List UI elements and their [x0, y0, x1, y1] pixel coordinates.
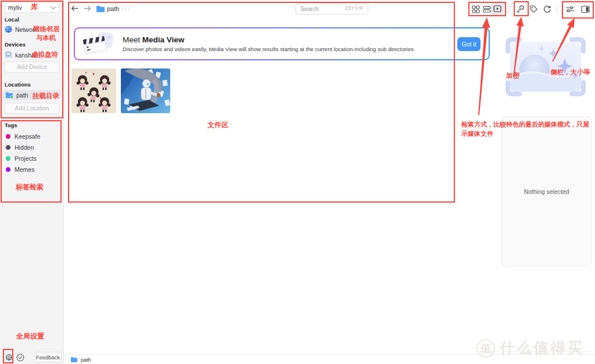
- banner-text: Meet Media View Discover photos and vide…: [123, 35, 415, 52]
- watermark: 值 什么值得买: [476, 338, 584, 358]
- back-button[interactable]: [70, 4, 80, 13]
- folder-location-icon: [5, 92, 13, 99]
- add-device-button[interactable]: Add Device: [4, 62, 60, 73]
- sidebar-item-network[interactable]: Network: [5, 24, 38, 34]
- inspector-empty-message: Nothing selected: [524, 188, 569, 195]
- refresh-icon: [543, 5, 551, 13]
- add-location-button[interactable]: Add Location: [4, 103, 60, 114]
- sidebar-item-tag-memes[interactable]: Memes: [6, 165, 34, 174]
- list-view-icon: [483, 5, 491, 13]
- statusbar-path-label: path: [81, 357, 91, 363]
- file-thumbnail-chibi[interactable]: [71, 69, 116, 113]
- banner-title: Meet Media View: [123, 35, 415, 44]
- toolbar-divider: [508, 5, 509, 13]
- clapperboard-icon: [82, 31, 114, 57]
- breadcrumb-more-button[interactable]: ···: [121, 5, 130, 13]
- grid-view-icon: [472, 5, 480, 13]
- section-devices: Devices: [5, 41, 26, 48]
- settings-gear-button[interactable]: [5, 354, 13, 364]
- tag-color-dot: [6, 134, 10, 139]
- section-local: Local: [5, 16, 19, 23]
- network-globe-icon: [5, 26, 12, 33]
- gear-icon: [5, 354, 13, 362]
- folder-icon: [70, 356, 78, 363]
- arrow-left-icon: [70, 4, 79, 13]
- search-box[interactable]: Ctrl+F: [295, 3, 368, 15]
- tag-label: Hidden: [15, 144, 34, 151]
- media-view-icon: [493, 5, 501, 13]
- tag-color-dot: [6, 156, 10, 161]
- breadcrumb-folder-icon: [96, 5, 105, 15]
- tag-label: Keepsafe: [15, 133, 40, 140]
- no-selection-illustration: [504, 36, 587, 100]
- key-manager-button[interactable]: [515, 4, 525, 14]
- feedback-button[interactable]: Feedback: [34, 352, 62, 362]
- chevron-down-icon: [51, 4, 56, 11]
- tag-color-dot: [6, 145, 10, 150]
- media-view-banner: Meet Media View Discover photos and vide…: [74, 27, 490, 60]
- tag-icon: [529, 5, 538, 13]
- banner-description: Discover photos and videos easily, Media…: [123, 46, 415, 52]
- section-tags: Tags: [5, 122, 17, 128]
- media-view-button[interactable]: [491, 2, 504, 15]
- location-label: path: [16, 92, 28, 99]
- forward-button[interactable]: [83, 4, 92, 13]
- status-check-button[interactable]: [16, 354, 24, 364]
- network-label: Network: [15, 26, 38, 33]
- laptop-icon: [5, 52, 12, 58]
- library-name: myliv: [8, 4, 22, 11]
- statusbar-path[interactable]: path: [70, 356, 91, 363]
- sidebar-item-tag-projects[interactable]: Projects: [6, 154, 37, 163]
- sliders-icon: [565, 5, 575, 13]
- view-options-button[interactable]: [565, 4, 575, 14]
- tag-label: Projects: [15, 155, 37, 162]
- got-it-button[interactable]: Got it: [457, 37, 481, 51]
- sidebar-item-device[interactable]: kanshan: [5, 50, 38, 60]
- breadcrumb[interactable]: path: [107, 5, 119, 12]
- search-shortcut: Ctrl+F: [345, 6, 363, 12]
- refresh-button[interactable]: [542, 4, 552, 14]
- sidebar-item-tag-hidden[interactable]: Hidden: [6, 143, 34, 152]
- tag-assign-button[interactable]: [529, 4, 539, 14]
- toolbar-divider: [557, 5, 557, 13]
- key-icon: [515, 5, 525, 14]
- arrow-right-icon: [83, 4, 92, 13]
- library-switcher[interactable]: myliv: [4, 2, 60, 13]
- watermark-badge: 值: [476, 339, 495, 358]
- file-thumbnail-robot-girl[interactable]: [121, 69, 170, 113]
- section-locations: Locations: [5, 81, 31, 88]
- sidebar-toggle-icon: [581, 5, 590, 13]
- device-label: kanshan: [15, 52, 38, 59]
- annotation-file-area: 文件区: [207, 120, 228, 130]
- tag-label: Memes: [15, 166, 34, 173]
- grid-view-button[interactable]: [471, 4, 481, 14]
- sidebar-item-location-path[interactable]: path: [3, 90, 61, 100]
- watermark-text: 什么值得买: [500, 338, 584, 358]
- tag-color-dot: [6, 167, 10, 172]
- inspector-toggle-button[interactable]: [580, 4, 590, 14]
- search-input[interactable]: [300, 6, 343, 12]
- sidebar-item-tag-keepsafe[interactable]: Keepsafe: [6, 132, 40, 140]
- list-view-button[interactable]: [482, 4, 492, 14]
- app-window: { "window": { "library_name": "myliv", "…: [0, 0, 595, 364]
- inspector-empty-card: Nothing selected: [501, 116, 592, 266]
- sidebar: myliv Local Network Devices kanshan Add …: [0, 0, 64, 364]
- check-circle-icon: [16, 354, 24, 362]
